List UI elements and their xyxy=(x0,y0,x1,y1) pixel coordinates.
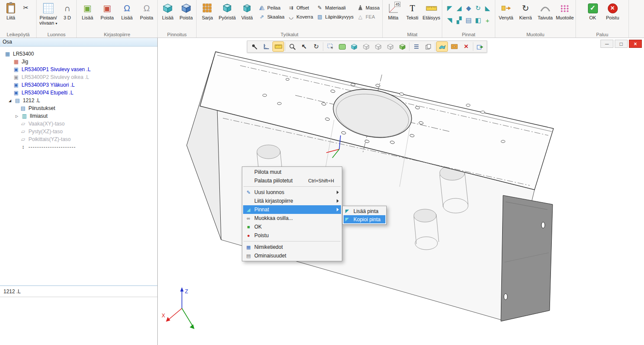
fea-button[interactable]: △ FEA xyxy=(357,13,379,20)
feature-list-button[interactable] xyxy=(411,42,422,51)
menu-item-poistu[interactable]: ● Poistu xyxy=(243,231,341,240)
surface-mode-button[interactable] xyxy=(437,42,447,51)
rotate-view-button[interactable]: ↻ xyxy=(311,42,322,51)
restore-button[interactable]: □ xyxy=(615,40,628,48)
submenu-item-lisaa-pinta[interactable]: ◤ Lisää pinta xyxy=(344,207,385,215)
pin-button[interactable] xyxy=(249,42,259,51)
tree-item-part2[interactable]: ▣ LR53400P2 Sivulevy oikea .L xyxy=(0,73,157,81)
coordinate-measure-button[interactable] xyxy=(261,42,272,51)
tree-item-jig[interactable]: ▦ Jig xyxy=(0,58,157,66)
tree-item-configs[interactable]: ▷ ▥ Ilmiasut xyxy=(0,112,157,120)
active-part-bar: 1212 .L xyxy=(0,285,157,345)
tree-item-root[interactable]: ▦ LR53400 xyxy=(0,50,157,58)
transparent-view-button[interactable] xyxy=(385,42,396,51)
tree-item-axis[interactable]: ↕ ---------------------- xyxy=(0,143,157,151)
distance-button[interactable]: Etäisyys xyxy=(422,1,441,30)
model-viewport[interactable]: Z X ↖ ↻ × ─ □ × xyxy=(158,38,644,345)
tree-item-part4[interactable]: ▣ LR53400P4 Etupelti .L xyxy=(0,89,157,97)
surface-tool-8-button[interactable]: ▤ xyxy=(464,15,473,25)
section-view-button[interactable] xyxy=(397,42,408,51)
view-axis-triad: Z X xyxy=(162,287,194,329)
hidden-line-view-button[interactable] xyxy=(373,42,384,51)
surface-tool-2-button[interactable]: ◢ xyxy=(454,3,464,13)
transparency-button[interactable]: ▨ Läpinäkyvyys xyxy=(316,13,353,20)
shaded-view-button[interactable] xyxy=(349,42,360,51)
scale-button[interactable]: ⇗ Skaalaa xyxy=(259,13,284,20)
bend-button[interactable]: Taivuta xyxy=(535,1,555,30)
sketch-on-face-button[interactable]: Pintaan/ viivaan ▾ xyxy=(38,1,59,30)
wireframe-view-button[interactable] xyxy=(361,42,372,51)
surface-tool-6-button[interactable]: ◥ xyxy=(445,15,454,25)
zoom-button[interactable] xyxy=(287,42,297,51)
menu-item-uusi-luonnos[interactable]: ✎ Uusi luonnos xyxy=(243,188,341,197)
menu-item-ominaisuudet[interactable]: ▤ Ominaisuudet xyxy=(243,251,341,260)
archive-button[interactable] xyxy=(449,42,460,51)
surface-tool-9-button[interactable]: ◧ xyxy=(473,15,483,25)
submenu-item-kopioi-pinta[interactable]: ◤ Kopioi pinta xyxy=(344,215,385,223)
expander-open-icon[interactable]: ◢ xyxy=(8,99,12,103)
expander-closed-icon[interactable]: ▷ xyxy=(15,114,19,118)
pan-button[interactable]: ↖ xyxy=(299,42,309,51)
hollow-button[interactable]: ◡ Koverra xyxy=(288,13,313,20)
measure-button[interactable] xyxy=(273,42,284,51)
chamfer-button[interactable]: Viistä xyxy=(237,1,257,30)
tree-item-plane-xy[interactable]: ▱ Vaaka(XY)-taso xyxy=(0,120,157,128)
copy-view-button[interactable] xyxy=(423,42,434,51)
menu-item-ok[interactable]: ■ OK xyxy=(243,223,341,231)
twist-button[interactable]: ↻ Kierrä xyxy=(516,1,536,30)
group-label-luonnos: Luonnos xyxy=(37,32,76,37)
coating-remove-button[interactable]: Poista xyxy=(177,1,196,30)
box-select-button[interactable] xyxy=(325,42,335,51)
shaded-cube-icon xyxy=(350,43,358,50)
paste-button[interactable]: Liitä xyxy=(1,1,21,30)
library-slot-add-button[interactable]: Ω Lisää xyxy=(117,1,137,30)
menu-item-piilota-muut[interactable]: Piilota muut xyxy=(243,168,341,176)
material-button[interactable]: ✎ Materiaali xyxy=(316,4,353,11)
sketch-3d-button[interactable]: ∩ 3 D xyxy=(59,1,75,30)
menu-item-pinnat[interactable]: ◢ Pinnat xyxy=(243,205,341,214)
menu-item-nimiketiedot[interactable]: ▦ Nimiketiedot xyxy=(243,243,341,251)
surface-tool-3-button[interactable]: ◆ xyxy=(464,3,473,13)
library-slot-remove-button[interactable]: Ω Poista xyxy=(137,1,156,30)
3d-model-canvas[interactable]: Z X xyxy=(158,38,644,345)
freeform-button[interactable]: Muotoile xyxy=(555,1,575,30)
tree-item-part1[interactable]: ▣ LR53400P1 Sivulevy vasen .L xyxy=(0,66,157,73)
ok-button[interactable]: ✓ OK xyxy=(583,1,603,30)
offset-button[interactable]: ⇉ Offset xyxy=(288,4,313,11)
pattern-button[interactable]: Sarja xyxy=(197,1,217,30)
dimension-button[interactable]: 45 Mitta xyxy=(384,1,403,30)
mirror-button[interactable]: Peilaa xyxy=(259,4,284,11)
tree-item-plane-xz[interactable]: ▱ Pysty(XZ)-taso xyxy=(0,128,157,135)
fillet-button[interactable]: Pyöristä xyxy=(217,1,237,30)
coating-add-button[interactable]: Lisää xyxy=(159,1,177,30)
sketch-pencil-icon: ✎ xyxy=(245,190,252,195)
export-view-button[interactable] xyxy=(475,42,485,51)
surface-tool-5-button[interactable]: ◣ xyxy=(483,3,492,13)
tree-item-plane-yz[interactable]: ▱ Poikittais(YZ)-taso xyxy=(0,135,157,143)
tree-item-part3[interactable]: ▣ LR53400P3 Yläkuori .L xyxy=(0,81,157,89)
surface-tool-4-button[interactable]: ↻ xyxy=(473,3,483,13)
face-shading-button[interactable] xyxy=(337,42,347,51)
tree-item-1212[interactable]: ◢ ▤ 1212 .L xyxy=(0,97,157,104)
surface-tool-1-button[interactable]: ◤ xyxy=(445,3,454,13)
pan-arrow-icon: ↖ xyxy=(301,43,307,50)
library-feature-remove-button[interactable]: ▣ Poista xyxy=(97,1,117,30)
minimize-button[interactable]: ─ xyxy=(600,40,613,48)
text-button[interactable]: T Teksti xyxy=(403,1,422,30)
menu-item-liita-kirjastopiirre[interactable]: Liitä kirjastopiirre xyxy=(243,197,341,205)
magnifier-icon xyxy=(289,43,296,50)
exit-button[interactable]: × Poistu xyxy=(603,1,622,30)
delete-button[interactable]: × xyxy=(461,42,472,51)
dropdown-caret-icon: ▾ xyxy=(56,22,57,25)
library-feature-add-button[interactable]: ▣ Lisää xyxy=(78,1,97,30)
tree-item-drawings[interactable]: ▤ Piirustukset xyxy=(0,104,157,112)
surface-tool-10-button[interactable]: + xyxy=(483,15,492,25)
surface-tool-7-button[interactable]: ▞ xyxy=(454,15,464,25)
ruler-icon xyxy=(425,2,438,14)
mass-button[interactable]: Massa xyxy=(357,4,379,11)
close-button[interactable]: × xyxy=(629,40,642,48)
stretch-button[interactable]: Venytä xyxy=(496,1,516,30)
menu-item-muokkaa-osilla[interactable]: ∞ Muokkaa osilla... xyxy=(243,214,341,223)
cut-button[interactable]: ✂ xyxy=(21,3,31,13)
menu-item-palauta-piilotetut[interactable]: Palauta piilotetut Ctrl+Shift+H xyxy=(243,176,341,185)
